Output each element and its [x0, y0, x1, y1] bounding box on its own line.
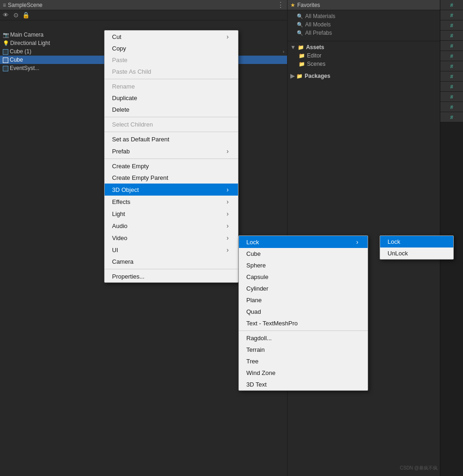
video-arrow	[226, 234, 229, 241]
favorites-header: ★ Favorites	[288, 0, 440, 10]
edge-btn-8[interactable]: #	[440, 82, 463, 92]
3d-text-label: 3D Text	[246, 381, 267, 388]
directional-light-label: Directional Light	[10, 40, 50, 46]
context-menu: Cut Copy Paste Paste As Child Rename Dup…	[104, 30, 238, 283]
submenu-cylinder[interactable]: Cylinder	[239, 283, 368, 294]
copy-label: Copy	[112, 45, 126, 52]
submenu-capsule[interactable]: Capsule	[239, 271, 368, 283]
lock-submenu-label: Lock	[246, 239, 259, 246]
eventsystem-label: EventSyst...	[10, 65, 39, 71]
watermark: CSDN @暴疯不疯	[400, 465, 438, 471]
editor-label: Editor	[307, 52, 321, 59]
edge-btn-0[interactable]: #	[440, 0, 463, 10]
packages-header: ▶ 📁 Packages	[288, 72, 440, 80]
search-prefabs-icon: 🔍	[297, 30, 303, 36]
edge-btn-1[interactable]: #	[440, 10, 463, 20]
lock2-icon[interactable]: 🔒	[22, 12, 30, 19]
assets-header: ▼ 📁 Assets	[288, 43, 440, 51]
separator-2	[105, 117, 238, 117]
favorites-title: Favorites	[297, 2, 320, 8]
scenes-folder-item[interactable]: 📁 Scenes	[288, 60, 440, 68]
main-camera-label: Main Camera	[10, 32, 44, 38]
cube-label: Cube	[10, 57, 23, 63]
submenu-cube[interactable]: Cube	[239, 248, 368, 260]
edge-btn-3[interactable]: #	[440, 31, 463, 41]
submenu-tree[interactable]: Tree	[239, 355, 368, 367]
sphere-label: Sphere	[246, 262, 266, 269]
separator-3	[105, 132, 238, 132]
terrain-label: Terrain	[246, 346, 265, 353]
menu-item-camera[interactable]: Camera	[105, 256, 238, 267]
menu-item-delete[interactable]: Delete	[105, 104, 238, 115]
submenu-wind-zone[interactable]: Wind Zone	[239, 367, 368, 379]
menu-item-prefab[interactable]: Prefab	[105, 145, 238, 157]
edge-btn-9[interactable]: #	[440, 92, 463, 102]
menu-item-copy[interactable]: Copy	[105, 43, 238, 54]
eye-icon[interactable]: 👁	[2, 12, 9, 19]
search-materials-icon: 🔍	[297, 13, 303, 19]
quad-label: Quad	[246, 308, 261, 315]
menu-item-set-default-parent[interactable]: Set as Default Parent	[105, 133, 238, 145]
submenu-ragdoll[interactable]: Ragdoll...	[239, 332, 368, 344]
submenu-text-tmp[interactable]: Text - TextMeshPro	[239, 317, 368, 329]
menu-item-duplicate[interactable]: Duplicate	[105, 92, 238, 104]
submenu-3d-text[interactable]: 3D Text	[239, 379, 368, 390]
menu-item-effects[interactable]: Effects	[105, 196, 238, 208]
packages-title: Packages	[305, 73, 330, 79]
all-models-label: All Models	[305, 21, 331, 28]
edge-btn-7[interactable]: #	[440, 71, 463, 82]
cube1-label: Cube (1)	[10, 48, 31, 55]
submenu-quad[interactable]: Quad	[239, 306, 368, 317]
submenu-plane[interactable]: Plane	[239, 294, 368, 306]
delete-label: Delete	[112, 106, 130, 113]
assets-folder-icon: 📁	[298, 44, 304, 51]
star-icon: ★	[290, 2, 295, 8]
assets-title: Assets	[306, 44, 324, 51]
menu-item-audio[interactable]: Audio	[105, 220, 238, 232]
submenu-unlock-item[interactable]: UnLock	[380, 248, 453, 259]
edge-btn-4[interactable]: #	[440, 41, 463, 51]
menu-item-3d-object[interactable]: 3D Object	[105, 184, 238, 196]
lock-item-label: Lock	[388, 238, 400, 245]
menu-item-paste-as-child: Paste As Child	[105, 66, 238, 77]
submenu-terrain[interactable]: Terrain	[239, 344, 368, 355]
ragdoll-label: Ragdoll...	[246, 335, 272, 342]
hierarchy-title: SampleScene	[8, 2, 43, 8]
duplicate-label: Duplicate	[112, 95, 137, 102]
submenu-sphere[interactable]: Sphere	[239, 260, 368, 271]
filter-icon[interactable]: ⊙	[12, 12, 19, 19]
menu-item-light[interactable]: Light	[105, 208, 238, 220]
separator-4	[105, 159, 238, 159]
all-models-item[interactable]: 🔍 All Models	[288, 20, 440, 29]
ui-arrow	[226, 246, 229, 254]
create-empty-parent-label: Create Empty Parent	[112, 174, 168, 181]
edge-btn-11[interactable]: #	[440, 112, 463, 122]
menu-item-create-empty[interactable]: Create Empty	[105, 160, 238, 172]
unlock-item-label: UnLock	[388, 250, 408, 257]
tree-label: Tree	[246, 358, 258, 365]
properties-label: Properties...	[112, 273, 144, 280]
effects-arrow	[226, 198, 229, 205]
submenu-separator-1	[239, 330, 368, 331]
audio-arrow	[226, 222, 229, 229]
hierarchy-header: ≡ SampleScene ⋮	[0, 0, 287, 10]
edge-btn-6[interactable]: #	[440, 61, 463, 71]
edge-btn-5[interactable]: #	[440, 51, 463, 61]
edge-btn-10[interactable]: #	[440, 102, 463, 112]
edge-btn-2[interactable]: #	[440, 20, 463, 31]
cylinder-label: Cylinder	[246, 285, 269, 292]
menu-item-ui[interactable]: UI	[105, 244, 238, 256]
all-prefabs-item[interactable]: 🔍 All Prefabs	[288, 29, 440, 37]
submenu-lock[interactable]: Lock	[239, 236, 368, 248]
3d-object-arrow	[226, 186, 229, 193]
menu-item-cut[interactable]: Cut	[105, 31, 238, 43]
all-materials-item[interactable]: 🔍 All Materials	[288, 12, 440, 20]
separator-5	[105, 269, 238, 269]
hierarchy-options[interactable]: ⋮	[277, 0, 284, 9]
menu-item-create-empty-parent[interactable]: Create Empty Parent	[105, 172, 238, 184]
menu-item-video[interactable]: Video	[105, 232, 238, 244]
light-menu-label: Light	[112, 210, 125, 217]
editor-folder-item[interactable]: 📁 Editor	[288, 51, 440, 60]
menu-item-properties[interactable]: Properties...	[105, 271, 238, 282]
submenu-lock-item[interactable]: Lock	[380, 236, 453, 248]
